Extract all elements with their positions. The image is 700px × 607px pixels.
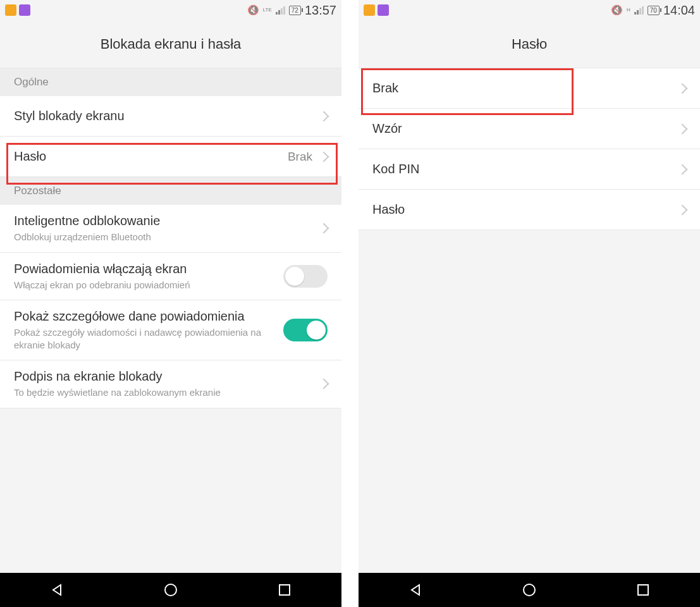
settings-list: Ogólne Styl blokady ekranu Hasło Brak Po… xyxy=(0,68,341,573)
chevron-right-icon xyxy=(677,83,688,94)
item-label: Hasło xyxy=(14,149,288,164)
chevron-right-icon xyxy=(319,111,329,121)
clock: 13:57 xyxy=(305,3,336,18)
nav-bar xyxy=(359,573,700,607)
item-label: Styl blokady ekranu xyxy=(14,109,320,123)
nav-recent-button[interactable] xyxy=(276,582,293,598)
notification-icon-2 xyxy=(19,4,30,16)
chevron-right-icon xyxy=(319,379,329,389)
nav-back-button[interactable] xyxy=(49,582,65,598)
option-password[interactable]: Hasło xyxy=(359,190,700,230)
item-lock-style[interactable]: Styl blokady ekranu xyxy=(0,96,341,137)
item-subtitle: Pokaż szczegóły wiadomości i nadawcę pow… xyxy=(14,326,283,351)
svg-point-0 xyxy=(165,584,176,596)
chevron-right-icon xyxy=(319,223,329,234)
notification-icon-1 xyxy=(5,4,16,16)
toggle-switch[interactable] xyxy=(283,319,328,341)
notification-icon-2 xyxy=(378,4,389,16)
item-subtitle: Odblokuj urządzeniem Bluetooth xyxy=(14,231,320,243)
item-notification-details[interactable]: Pokaż szczegółowe dane powiadomienia Pok… xyxy=(0,300,341,360)
section-general: Ogólne xyxy=(0,68,341,96)
page-title: Hasło xyxy=(512,36,547,52)
notification-icon-1 xyxy=(364,4,375,16)
item-lock-signature[interactable]: Podpis na ekranie blokady To będzie wyśw… xyxy=(0,360,341,408)
nav-bar xyxy=(0,573,341,607)
toggle-switch[interactable] xyxy=(283,265,328,288)
status-bar: 🔇 H 70 14:04 xyxy=(359,0,700,20)
status-bar: 🔇 LTE 72 13:57 xyxy=(0,0,341,20)
chevron-right-icon xyxy=(677,123,688,134)
chevron-right-icon xyxy=(677,204,688,215)
option-pin[interactable]: Kod PIN xyxy=(359,149,700,190)
signal-icon xyxy=(634,6,644,15)
clock: 14:04 xyxy=(663,3,695,18)
section-other: Pozostałe xyxy=(0,177,341,205)
item-label: Pokaż szczegółowe dane powiadomienia xyxy=(14,309,283,324)
network-type: LTE xyxy=(263,8,272,13)
chevron-right-icon xyxy=(319,151,329,162)
svg-point-2 xyxy=(524,584,535,596)
item-subtitle: Włączaj ekran po odebraniu powiadomień xyxy=(14,279,283,291)
mute-icon: 🔇 xyxy=(611,4,623,16)
option-label: Hasło xyxy=(372,202,679,217)
item-subtitle: To będzie wyświetlane na zablokowanym ek… xyxy=(14,386,320,399)
chevron-right-icon xyxy=(677,164,688,175)
item-value: Brak xyxy=(288,150,312,164)
item-smart-unlock[interactable]: Inteligentne odblokowanie Odblokuj urząd… xyxy=(0,205,341,253)
item-password[interactable]: Hasło Brak xyxy=(0,137,341,177)
option-label: Kod PIN xyxy=(372,162,679,176)
nav-recent-button[interactable] xyxy=(635,582,651,598)
phone-screen-left: 🔇 LTE 72 13:57 Blokada ekranu i hasła Og… xyxy=(0,0,341,607)
option-label: Wzór xyxy=(372,121,679,136)
nav-back-button[interactable] xyxy=(407,582,424,598)
item-label: Inteligentne odblokowanie xyxy=(14,214,320,228)
mute-icon: 🔇 xyxy=(247,4,259,16)
page-header: Hasło xyxy=(359,20,700,68)
nav-home-button[interactable] xyxy=(521,582,537,598)
svg-rect-1 xyxy=(279,585,290,595)
battery-icon: 70 xyxy=(648,6,660,15)
option-none[interactable]: Brak xyxy=(359,68,700,109)
svg-rect-3 xyxy=(638,585,648,595)
phone-screen-right: 🔇 H 70 14:04 Hasło Brak Wzór Kod PIN Has… xyxy=(359,0,700,607)
item-label: Powiadomienia włączają ekran xyxy=(14,262,283,276)
item-label: Podpis na ekranie blokady xyxy=(14,369,320,384)
battery-icon: 72 xyxy=(289,6,301,15)
option-label: Brak xyxy=(372,81,679,95)
network-type: H xyxy=(627,8,630,13)
item-notifications-wake[interactable]: Powiadomienia włączają ekran Włączaj ekr… xyxy=(0,253,341,301)
page-title: Blokada ekranu i hasła xyxy=(101,36,242,52)
nav-home-button[interactable] xyxy=(163,582,179,598)
page-header: Blokada ekranu i hasła xyxy=(0,20,341,68)
password-options-list: Brak Wzór Kod PIN Hasło xyxy=(359,68,700,573)
option-pattern[interactable]: Wzór xyxy=(359,109,700,149)
signal-icon xyxy=(276,6,285,15)
